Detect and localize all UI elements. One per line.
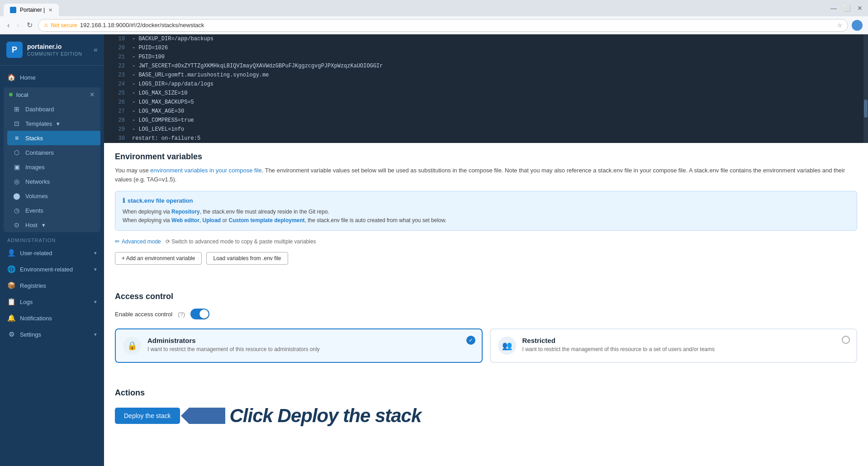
browser-nav: ‹ › ↻ ⚠ Not secure 192.168.1.18:9000/#!/… xyxy=(0,16,868,34)
registries-label: Registries xyxy=(20,282,46,289)
events-icon: ◷ xyxy=(13,207,21,214)
host-label: Host xyxy=(25,222,38,228)
enable-access-help-icon: (?) xyxy=(178,311,185,318)
sidebar-item-host[interactable]: ⊙ Host ▾ xyxy=(7,218,100,232)
home-label: Home xyxy=(20,74,36,81)
logs-label: Logs xyxy=(20,299,33,305)
logo-text: portainer.io COMMUNITY EDITION xyxy=(27,43,82,57)
access-control-toggle[interactable] xyxy=(190,309,209,319)
containers-icon: ⬡ xyxy=(13,149,21,156)
sidebar-item-stacks[interactable]: ≡ Stacks xyxy=(7,131,100,145)
sidebar-item-events[interactable]: ◷ Events xyxy=(7,203,100,218)
dashboard-icon: ⊞ xyxy=(13,105,21,113)
info-box-title: ℹ stack.env file operation xyxy=(123,197,849,204)
sidebar-item-containers[interactable]: ⬡ Containers xyxy=(7,145,100,160)
line-number: 30 xyxy=(111,134,125,143)
env-header[interactable]: local ✕ xyxy=(4,87,100,102)
custom-template-link[interactable]: Custom template deployment xyxy=(229,217,305,223)
line-content: - LOG_LEVEL=info xyxy=(132,125,184,133)
admin-section-label: Administration xyxy=(0,234,104,245)
code-line: 28 - LOG_COMPRESS=true xyxy=(104,116,868,125)
line-number: 23 xyxy=(111,71,125,79)
scrollbar-track[interactable] xyxy=(863,34,868,143)
restricted-card[interactable]: 👥 Restricted I want to restrict the mana… xyxy=(490,328,858,363)
load-env-file-button[interactable]: Load variables from .env file xyxy=(206,252,288,265)
code-line: 22 - JWT_SECRET=dOxZYTTZgXKMHkqLBIQVImay… xyxy=(104,62,868,71)
restricted-card-title: Restricted xyxy=(522,337,849,344)
actions-title: Actions xyxy=(115,388,857,398)
advanced-mode-link[interactable]: ✏ Advanced mode xyxy=(115,238,161,245)
env-related-label: Environment-related xyxy=(20,266,73,273)
scrollbar-thumb[interactable] xyxy=(864,100,868,118)
upload-link[interactable]: Upload xyxy=(203,217,221,223)
forward-button[interactable]: › xyxy=(15,19,21,31)
refresh-button[interactable]: ↻ xyxy=(25,19,34,31)
brand-name: portainer.io xyxy=(27,43,82,51)
code-editor[interactable]: 19 - BACKUP_DIR=/app/backups20 - PUID=10… xyxy=(104,34,868,143)
logo-area: P portainer.io COMMUNITY EDITION xyxy=(6,42,82,58)
restricted-card-content: Restricted I want to restrict the manage… xyxy=(522,337,849,352)
restricted-card-icon: 👥 xyxy=(498,337,516,355)
portainer-logo-icon: P xyxy=(6,42,23,58)
user-related-label: User-related xyxy=(20,250,52,257)
maximize-button[interactable]: ⬜ xyxy=(841,3,853,14)
volumes-label: Volumes xyxy=(25,193,48,200)
sidebar-collapse-button[interactable]: « xyxy=(94,46,98,54)
env-action-buttons: + Add an environment variable Load varia… xyxy=(115,252,857,265)
sidebar-item-logs[interactable]: 📋 Logs ▾ xyxy=(0,294,104,310)
tab-favicon xyxy=(10,7,16,13)
host-icon: ⊙ xyxy=(13,221,21,228)
deploy-stack-button[interactable]: Deploy the stack xyxy=(115,408,180,424)
tab-close-icon[interactable]: ✕ xyxy=(48,7,52,13)
edit-icon: ✏ xyxy=(115,238,120,245)
line-content: - LOG_MAX_BACKUPS=5 xyxy=(132,98,194,106)
sidebar-item-volumes[interactable]: ⬤ Volumes xyxy=(7,189,100,203)
networks-icon: ◎ xyxy=(13,178,21,185)
repository-link[interactable]: Repository xyxy=(171,209,200,215)
access-control-section: Access control Enable access control (?)… xyxy=(104,285,868,381)
line-content: - BASE_URL=gomft.mariushosting.synology.… xyxy=(132,71,269,79)
sub-nav: ⊞ Dashboard ⊡ Templates ▾ ≡ Stacks ⬡ C xyxy=(4,102,100,232)
sidebar-item-templates[interactable]: ⊡ Templates ▾ xyxy=(7,116,100,131)
sidebar-item-home[interactable]: 🏠 Home xyxy=(0,69,104,86)
active-tab[interactable]: Portainer | ✕ xyxy=(4,4,59,16)
administrators-card[interactable]: 🔒 Administrators I want to restrict the … xyxy=(115,328,483,363)
env-close-icon[interactable]: ✕ xyxy=(90,91,95,98)
sidebar-item-images[interactable]: ▣ Images xyxy=(7,160,100,174)
env-status-dot xyxy=(9,93,13,96)
sidebar-item-dashboard[interactable]: ⊞ Dashboard xyxy=(7,102,100,116)
code-line: 20 - PUID=1026 xyxy=(104,43,868,52)
line-content: - LOG_MAX_SIZE=10 xyxy=(132,89,187,97)
sidebar-item-notifications[interactable]: 🔔 Notifications xyxy=(0,310,104,326)
env-related-icon: 🌐 xyxy=(7,265,15,273)
sidebar-item-user-related[interactable]: 👤 User-related ▾ xyxy=(0,245,104,261)
annotation-text: Click Deploy the stack xyxy=(230,405,422,427)
env-compose-link[interactable]: environment variables in your compose fi… xyxy=(150,167,261,174)
sidebar-item-environment-related[interactable]: 🌐 Environment-related ▾ xyxy=(0,261,104,277)
env-name: local xyxy=(16,91,28,98)
user-related-chevron: ▾ xyxy=(94,250,97,256)
bookmark-icon[interactable]: ☆ xyxy=(837,22,842,29)
add-env-variable-button[interactable]: + Add an environment variable xyxy=(115,252,202,265)
switch-mode-hint: ⟳ Switch to advanced mode to copy & past… xyxy=(166,238,316,245)
profile-avatar[interactable] xyxy=(852,20,863,31)
volumes-icon: ⬤ xyxy=(13,192,21,200)
sidebar-item-registries[interactable]: 📦 Registries xyxy=(0,277,104,294)
close-button[interactable]: ✕ xyxy=(855,3,864,14)
sidebar-item-settings[interactable]: ⚙ Settings ▾ xyxy=(0,326,104,342)
sidebar-item-networks[interactable]: ◎ Networks xyxy=(7,174,100,189)
browser-tabs: Portainer | ✕ xyxy=(4,0,59,16)
env-section: local ✕ ⊞ Dashboard ⊡ Templates ▾ ≡ xyxy=(4,87,100,232)
minimize-button[interactable]: — xyxy=(829,3,839,14)
security-warning-text: Not secure xyxy=(51,22,77,29)
stacks-label: Stacks xyxy=(25,135,43,142)
line-content: - JWT_SECRET=dOxZYTTZgXKMHkqLBIQVImayQXA… xyxy=(132,62,383,70)
info-icon: ℹ xyxy=(123,197,125,204)
stackenv-info-box: ℹ stack.env file operation When deployin… xyxy=(115,191,857,231)
logs-chevron: ▾ xyxy=(94,299,97,305)
templates-label: Templates xyxy=(25,120,52,127)
web-editor-link[interactable]: Web editor xyxy=(171,217,199,223)
browser-titlebar: Portainer | ✕ — ⬜ ✕ xyxy=(0,0,868,16)
back-button[interactable]: ‹ xyxy=(5,19,11,31)
address-bar[interactable]: ⚠ Not secure 192.168.1.18:9000/#!/2/dock… xyxy=(38,19,848,32)
